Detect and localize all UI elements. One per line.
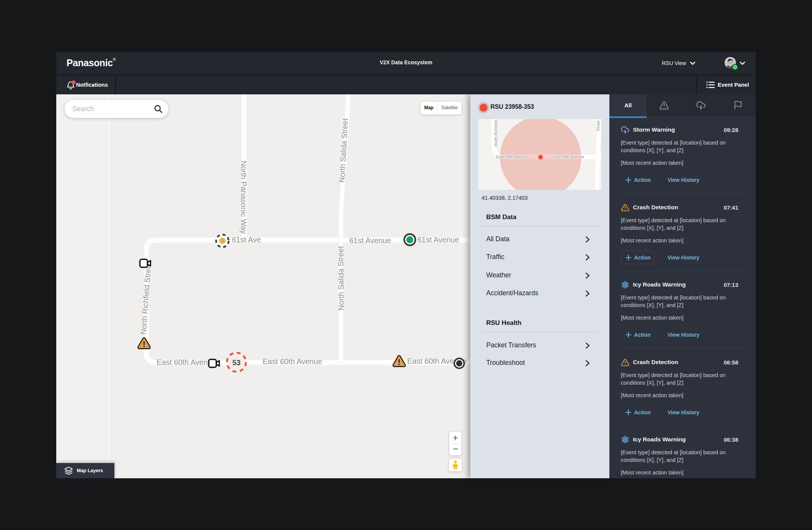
svg-text:53: 53 bbox=[232, 358, 241, 367]
